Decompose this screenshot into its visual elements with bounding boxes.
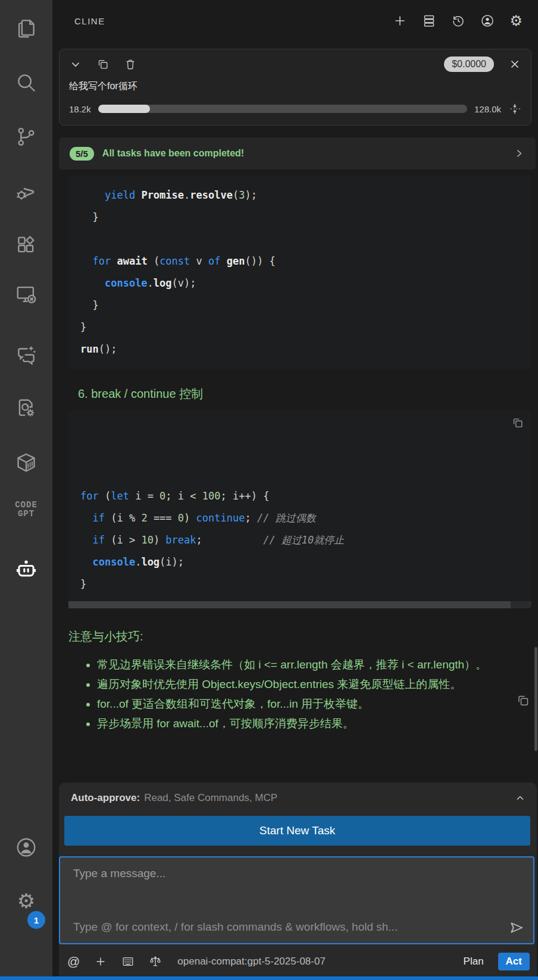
horizontal-scrollbar[interactable] bbox=[68, 601, 531, 608]
close-task-button[interactable] bbox=[508, 58, 521, 71]
tips-section: 注意与小技巧: 常见边界错误来自继续条件（如 i <= arr.length 会… bbox=[68, 629, 531, 733]
model-selector[interactable]: openai-compat:gpt-5-2025-08-07 bbox=[177, 956, 449, 968]
code-block-1: yield Promise.resolve(3); } for await (c… bbox=[68, 175, 531, 369]
source-control-icon bbox=[15, 125, 37, 148]
collapse-task-button[interactable] bbox=[69, 58, 82, 71]
account-icon bbox=[15, 836, 37, 859]
delete-task-button[interactable] bbox=[124, 58, 137, 71]
sidebar-item-settings[interactable]: ⚙ bbox=[0, 891, 52, 911]
code-line: } bbox=[80, 206, 520, 228]
vscode-window: CODEGPT ⚙ 1 CLINE bbox=[0, 0, 538, 980]
close-icon bbox=[508, 58, 521, 71]
task-prompt: 给我写个for循环 bbox=[69, 80, 521, 93]
send-button[interactable] bbox=[508, 919, 525, 936]
vertical-scrollbar[interactable] bbox=[534, 647, 537, 751]
cline-robot-icon bbox=[15, 558, 37, 580]
codegpt-logo: CODEGPT bbox=[15, 501, 37, 519]
sidebar-item-chat[interactable] bbox=[0, 343, 52, 366]
message-composer[interactable]: Type a message... Type @ for context, / … bbox=[59, 856, 534, 944]
act-mode-toggle[interactable]: Act bbox=[498, 953, 530, 970]
container-icon bbox=[15, 451, 37, 474]
task-card-toolbar: $0.0000 bbox=[69, 56, 521, 72]
sidebar-item-search[interactable] bbox=[0, 71, 52, 94]
compact-context-button[interactable] bbox=[508, 102, 521, 115]
sidebar-item-container[interactable] bbox=[0, 451, 52, 474]
chevron-down-icon bbox=[69, 58, 82, 71]
plus-icon bbox=[393, 14, 407, 28]
header-actions: ⚙ bbox=[393, 11, 523, 31]
rules-button[interactable] bbox=[121, 955, 134, 968]
send-icon bbox=[508, 919, 525, 936]
new-task-button[interactable] bbox=[393, 14, 407, 28]
history-button[interactable] bbox=[451, 14, 465, 28]
composer-hint: Type @ for context, / for slash commands… bbox=[73, 921, 495, 934]
code-line: if (i % 2 === 0) continue; // 跳过偶数 bbox=[80, 507, 520, 529]
mcp-servers-icon bbox=[422, 14, 436, 28]
sidebar-item-account[interactable] bbox=[0, 836, 52, 859]
settings-gear-icon: ⚙ bbox=[17, 891, 35, 911]
history-icon bbox=[451, 14, 465, 28]
task-progress-banner[interactable]: 5/5 All tasks have been completed! bbox=[59, 137, 536, 169]
chevron-up-icon bbox=[514, 792, 526, 804]
code-line: for await (const v of gen()) { bbox=[80, 250, 520, 272]
sidebar-item-extensions[interactable] bbox=[0, 234, 52, 256]
copy-message-button[interactable] bbox=[516, 693, 530, 708]
progress-banner-text: All tasks have been completed! bbox=[102, 148, 244, 159]
remote-explorer-icon bbox=[15, 283, 37, 306]
tip-item: 遍历对象时优先使用 Object.keys/Object.entries 来避免… bbox=[97, 675, 505, 693]
panel-header: CLINE ⚙ bbox=[52, 0, 538, 42]
auto-approve-value: Read, Safe Commands, MCP bbox=[144, 792, 277, 804]
bottom-dock: Auto-approve: Read, Safe Commands, MCP S… bbox=[59, 783, 537, 980]
add-attachment-button[interactable] bbox=[94, 955, 107, 968]
composer-toolbar: @ openai-compat:gpt-5-2025-08-07 Plan Ac… bbox=[59, 944, 537, 980]
chevron-right-icon bbox=[513, 147, 525, 159]
sidebar-item-cpp-tools[interactable] bbox=[0, 397, 52, 420]
cpp-tools-icon bbox=[15, 397, 37, 420]
copy-task-button[interactable] bbox=[96, 58, 110, 71]
account-button[interactable] bbox=[480, 14, 495, 28]
context-mention-button[interactable]: @ bbox=[67, 954, 80, 969]
cline-panel: CLINE ⚙ bbox=[52, 0, 538, 980]
sidebar-item-explorer[interactable] bbox=[0, 17, 52, 39]
copy-icon bbox=[511, 416, 524, 429]
copy-code-button[interactable] bbox=[511, 416, 524, 429]
tip-item: for...of 更适合数组和可迭代对象，for...in 用于枚举键。 bbox=[97, 695, 505, 713]
tip-item: 常见边界错误来自继续条件（如 i <= arr.length 会越界，推荐 i … bbox=[97, 655, 505, 674]
mcp-servers-button[interactable] bbox=[422, 14, 436, 28]
sidebar-item-source-control[interactable] bbox=[0, 125, 52, 148]
auto-approve-label: Auto-approve: bbox=[71, 792, 140, 804]
composer-placeholder: Type a message... bbox=[73, 867, 520, 880]
chat-scroll-area[interactable]: yield Promise.resolve(3); } for await (c… bbox=[52, 169, 538, 783]
settings-badge: 1 bbox=[27, 911, 45, 929]
sidebar-item-cline[interactable] bbox=[0, 558, 52, 580]
context-used-label: 18.2k bbox=[69, 104, 91, 114]
plus-icon bbox=[94, 955, 107, 968]
auto-approve-settings-button[interactable] bbox=[149, 955, 162, 968]
account-icon bbox=[480, 14, 495, 28]
panel-title: CLINE bbox=[74, 16, 105, 26]
start-new-task-button[interactable]: Start New Task bbox=[64, 816, 530, 846]
code-line: if (i > 10) break; // 超过10就停止 bbox=[80, 529, 520, 551]
horizontal-scrollbar-thumb[interactable] bbox=[68, 601, 511, 608]
activity-bar: CODEGPT ⚙ 1 bbox=[0, 0, 52, 980]
settings-button[interactable]: ⚙ bbox=[509, 11, 523, 31]
code-line: } bbox=[80, 573, 520, 595]
chat-sparkle-icon bbox=[15, 343, 37, 366]
at-icon: @ bbox=[67, 954, 80, 969]
context-window-row: 18.2k 128.0k bbox=[69, 102, 521, 115]
code-line: } bbox=[80, 294, 520, 316]
sidebar-item-codegpt[interactable]: CODEGPT bbox=[0, 501, 52, 519]
status-bar-edge bbox=[0, 976, 538, 980]
code-line: for (let i = 0; i < 100; i++) { bbox=[80, 485, 520, 507]
cost-badge[interactable]: $0.0000 bbox=[444, 56, 494, 72]
code-line: yield Promise.resolve(3); bbox=[80, 184, 520, 206]
auto-approve-bar[interactable]: Auto-approve: Read, Safe Commands, MCP bbox=[59, 783, 537, 811]
copy-icon bbox=[96, 58, 110, 71]
code-line bbox=[80, 228, 520, 250]
search-icon bbox=[15, 71, 37, 94]
explorer-icon bbox=[15, 17, 37, 39]
plan-mode-toggle[interactable]: Plan bbox=[464, 956, 484, 968]
sidebar-item-remote-explorer[interactable] bbox=[0, 283, 52, 306]
tip-item: 异步场景用 for await...of，可按顺序消费异步结果。 bbox=[97, 714, 505, 733]
sidebar-item-run-debug[interactable] bbox=[0, 180, 52, 202]
